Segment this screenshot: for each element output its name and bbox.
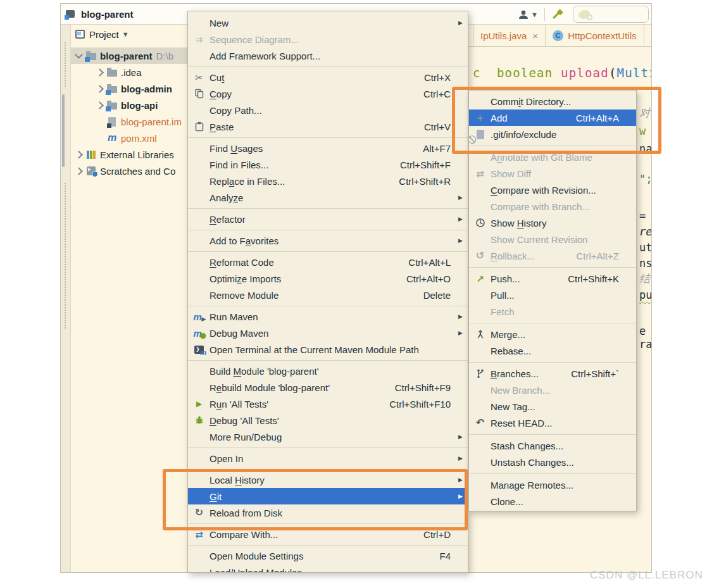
menu-item-label: Fetch — [491, 306, 515, 317]
menu-item-optimize-imports[interactable]: Optimize ImportsCtrl+Alt+O — [188, 270, 468, 287]
menu-item-push[interactable]: ↗Push...Ctrl+Shift+K — [469, 270, 636, 287]
menu-item-show-history[interactable]: Show History — [469, 215, 636, 231]
chevron-right-icon[interactable] — [96, 85, 104, 93]
tree-item-external-libraries[interactable]: External Libraries — [71, 146, 188, 163]
watermark: CSDN @LL.LEBRON — [590, 569, 703, 582]
tree-item-blog-admin[interactable]: blog-admin — [71, 80, 188, 97]
menu-item-shortcut: Ctrl+V — [424, 122, 451, 132]
tree-item-label: .idea — [121, 67, 142, 78]
menu-item-shortcut: Ctrl+Shift+` — [571, 368, 619, 379]
menu-item-add-framework-support[interactable]: Add Framework Support... — [188, 47, 468, 64]
branch-icon — [473, 368, 487, 378]
chevron-right-icon[interactable] — [75, 167, 83, 175]
user-account-button[interactable]: ▼ — [518, 9, 538, 20]
menu-item-run-maven[interactable]: m▶Run Maven▶ — [188, 308, 468, 325]
tree-chevron-slot — [94, 102, 105, 108]
menu-item-open-module-settings[interactable]: Open Module SettingsF4 — [188, 547, 468, 564]
menu-item-copy[interactable]: CopyCtrl+C — [188, 85, 468, 102]
menu-item-pull[interactable]: Pull... — [469, 287, 636, 303]
tool-window-bar[interactable] — [61, 25, 71, 572]
menu-item-new[interactable]: New▶ — [188, 15, 468, 31]
menu-item-show-diff[interactable]: ⇄Show Diff — [469, 165, 636, 182]
tree-chevron-slot — [73, 54, 84, 58]
menu-separator — [469, 434, 636, 435]
annotation-box-git-submenu — [452, 87, 661, 154]
menu-item-debug-maven[interactable]: m⬤Debug Maven▶ — [188, 325, 468, 341]
menu-item-label: New Tag... — [491, 401, 535, 412]
run-icon: ▶ — [192, 400, 206, 408]
tab-httpcontextutils[interactable]: C HttpContextUtils — [546, 25, 644, 46]
menu-item-label: Copy — [210, 89, 232, 99]
chevron-right-icon[interactable] — [96, 101, 104, 109]
menu-item-label: New — [210, 18, 228, 28]
clock-icon — [473, 218, 487, 228]
chevron-down-icon[interactable] — [75, 51, 83, 59]
tree-item-blog-parent[interactable]: blog-parentD:\b — [71, 47, 188, 64]
menu-item-rebuild-module-blog-parent[interactable]: Rebuild Module 'blog-parent'Ctrl+Shift+F… — [188, 379, 468, 396]
project-view-header[interactable]: Project ▼ — [71, 25, 188, 44]
menu-item-more-run-debug[interactable]: More Run/Debug▶ — [188, 428, 468, 445]
tree-item-scratches-and-co[interactable]: Scratches and Co — [71, 163, 188, 179]
menu-item-copy-path[interactable]: Copy Path... — [188, 102, 468, 118]
menu-item-load-unload-modules[interactable]: Load/Unload Modules... — [188, 564, 468, 573]
menu-item-sequence-diagram[interactable]: ⇉Sequence Diagram... — [188, 31, 468, 47]
menu-item-reset-head[interactable]: ↶Reset HEAD... — [469, 415, 636, 431]
menu-item-new-tag[interactable]: New Tag... — [469, 398, 636, 415]
screenshot-canvas: blog-parent ▼ — [0, 0, 707, 588]
code-fragment: = — [639, 210, 646, 222]
menu-item-unstash-changes[interactable]: Unstash Changes... — [469, 454, 636, 470]
tree-item-icon-slot — [105, 84, 119, 93]
menu-item-compare-with-revision[interactable]: Compare with Revision... — [469, 182, 636, 198]
menu-item-refactor[interactable]: Refactor▶ — [188, 211, 468, 227]
tree-item-blog-api[interactable]: blog-api — [71, 97, 188, 113]
build-hammer-button[interactable] — [551, 6, 565, 22]
menu-item-open-in[interactable]: Open In▶ — [188, 450, 468, 466]
menu-item-rebase[interactable]: Rebase... — [469, 342, 636, 359]
menu-item-replace-in-files[interactable]: Replace in Files...Ctrl+Shift+R — [188, 173, 468, 189]
code-fragment: pu — [639, 289, 651, 301]
tab-iputils[interactable]: IpUtils.java × — [473, 25, 546, 46]
menu-item-find-usages[interactable]: Find UsagesAlt+F7 — [188, 140, 468, 156]
menu-item-show-current-revision[interactable]: Show Current Revision — [469, 231, 636, 247]
menu-item-merge[interactable]: Merge... — [469, 326, 636, 342]
menu-item-reformat-code[interactable]: Reformat CodeCtrl+Alt+L — [188, 254, 468, 270]
menu-item-compare-with-branch[interactable]: Compare with Branch... — [469, 198, 636, 215]
run-configuration-selector[interactable] — [573, 6, 649, 23]
menu-item-clone[interactable]: Clone... — [469, 493, 636, 510]
tree-item-pom-xml[interactable]: mpom.xml — [71, 130, 188, 146]
menu-item-label: Manage Remotes... — [491, 480, 573, 491]
menu-item-open-terminal-at-the-current-maven-module-path[interactable]: mOpen Terminal at the Current Maven Modu… — [188, 341, 468, 358]
menu-item-cut[interactable]: ✂CutCtrl+X — [188, 69, 468, 85]
cut-icon: ✂ — [192, 73, 206, 82]
menu-item-shortcut: Ctrl+D — [423, 529, 451, 540]
menu-item-analyze[interactable]: Analyze▶ — [188, 189, 468, 206]
menu-item-new-branch[interactable]: New Branch... — [469, 382, 636, 398]
menu-item-branches[interactable]: Branches...Ctrl+Shift+` — [469, 365, 636, 382]
menu-item-debug-all-tests[interactable]: Debug 'All Tests' — [188, 412, 468, 428]
menu-item-add-to-favorites[interactable]: Add to Favorites▶ — [188, 232, 468, 249]
menu-item-find-in-files[interactable]: Find in Files...Ctrl+Shift+F — [188, 156, 468, 173]
tree-item-idea[interactable]: .idea — [71, 64, 188, 80]
menu-item-remove-module[interactable]: Remove ModuleDelete — [188, 287, 468, 303]
menu-item-stash-changes[interactable]: Stash Changes... — [469, 437, 636, 454]
menu-separator — [188, 208, 468, 209]
menu-item-label: Run 'All Tests' — [210, 399, 268, 410]
menu-item-rollback[interactable]: ↺Rollback...Ctrl+Alt+Z — [469, 247, 636, 264]
submenu-arrow-icon: ▶ — [456, 434, 463, 440]
compare-icon: ⇄ — [192, 530, 206, 539]
menu-item-run-all-tests[interactable]: ▶Run 'All Tests'Ctrl+Shift+F10 — [188, 396, 468, 412]
chevron-right-icon[interactable] — [96, 68, 104, 77]
sequence-icon: ⇉ — [192, 35, 206, 44]
close-icon[interactable]: × — [532, 30, 538, 41]
menu-item-label: Pull... — [491, 290, 515, 301]
tree-item-blog-parent-im[interactable]: blog-parent.im — [71, 113, 188, 130]
menu-item-manage-remotes[interactable]: Manage Remotes... — [469, 477, 636, 493]
menu-item-label: Load/Unload Modules... — [210, 567, 310, 573]
menu-item-fetch[interactable]: Fetch — [469, 303, 636, 320]
chevron-right-icon[interactable] — [75, 151, 83, 159]
menu-item-build-module-blog-parent[interactable]: Build Module 'blog-parent' — [188, 363, 468, 379]
menu-item-label: Add Framework Support... — [210, 51, 320, 61]
code-token: boolean — [497, 66, 561, 80]
menu-item-paste[interactable]: PasteCtrl+V — [188, 118, 468, 135]
tree-item-label: blog-parent.im — [121, 116, 182, 127]
